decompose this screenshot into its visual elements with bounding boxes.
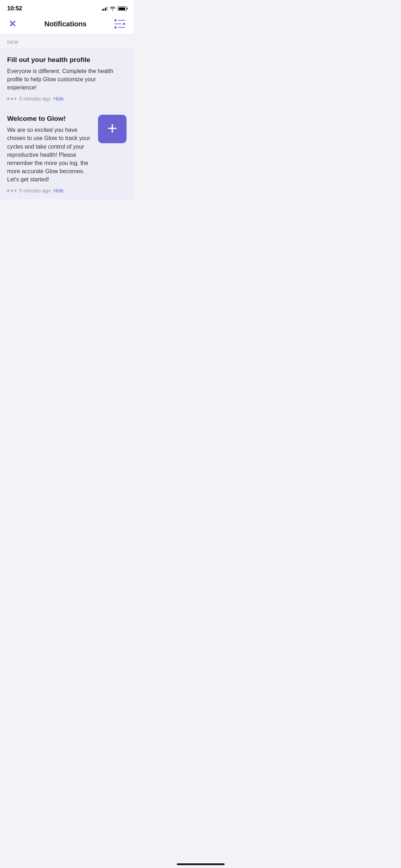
page-title: Notifications xyxy=(44,20,87,28)
dot-2 xyxy=(11,98,13,100)
section-label-new: NEW xyxy=(7,40,19,45)
dot-3 xyxy=(14,98,16,100)
nav-header: ✕ Notifications xyxy=(0,14,134,35)
notifications-list: Fill out your health profile Everyone is… xyxy=(0,49,134,199)
filter-button[interactable] xyxy=(113,18,127,30)
notification-health-profile: Fill out your health profile Everyone is… xyxy=(0,49,134,108)
status-bar: 10:52 xyxy=(0,0,134,14)
signal-icon xyxy=(102,6,108,11)
dot-6 xyxy=(14,190,16,192)
status-icons xyxy=(102,6,127,11)
dots-indicator-2 xyxy=(7,190,16,192)
notification-welcome: + Welcome to Glow! We are so excited you… xyxy=(0,108,134,199)
close-button[interactable]: ✕ xyxy=(7,18,18,30)
timestamp-health: 5 minutes ago xyxy=(19,96,51,102)
notification-body-health: Everyone is different. Complete the heal… xyxy=(7,67,127,92)
notification-meta-health: 5 minutes ago Hide xyxy=(7,96,127,102)
dots-indicator xyxy=(7,98,16,100)
notification-meta-welcome: 5 minutes ago Hide xyxy=(7,188,127,193)
filter-icon xyxy=(114,19,125,29)
hide-link-health[interactable]: Hide xyxy=(53,96,64,102)
battery-icon xyxy=(118,6,127,11)
notification-title-health: Fill out your health profile xyxy=(7,56,127,64)
timestamp-welcome: 5 minutes ago xyxy=(19,188,51,193)
dot-1 xyxy=(7,98,9,100)
dot-4 xyxy=(7,190,9,192)
wifi-icon xyxy=(110,6,115,11)
plus-icon: + xyxy=(107,120,117,137)
status-time: 10:52 xyxy=(7,5,22,12)
section-new: NEW xyxy=(0,35,134,49)
plus-button[interactable]: + xyxy=(98,115,127,143)
hide-link-welcome[interactable]: Hide xyxy=(53,188,64,193)
dot-5 xyxy=(11,190,13,192)
close-icon: ✕ xyxy=(9,19,16,29)
